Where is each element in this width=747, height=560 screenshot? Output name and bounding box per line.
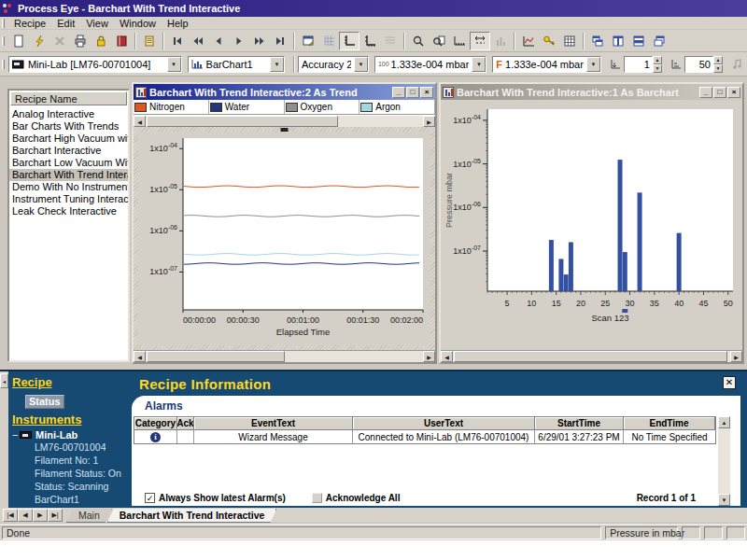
instrument-tree-node[interactable]: − Mini-Lab bbox=[12, 429, 134, 441]
nav-recipe-link[interactable]: Recipe bbox=[12, 375, 134, 389]
step-back-button[interactable] bbox=[208, 32, 229, 50]
legend-item[interactable]: Oxygen bbox=[285, 100, 360, 114]
recipe-list-item[interactable]: Analog Interactive bbox=[9, 108, 128, 120]
accuracy-select[interactable]: Accuracy 2▼ bbox=[298, 56, 369, 73]
toolbar-grip[interactable] bbox=[2, 36, 5, 46]
tab-next-icon[interactable]: ▶ bbox=[33, 509, 48, 522]
chart-axes-button[interactable] bbox=[359, 32, 380, 50]
always-show-checkbox[interactable]: ✓ bbox=[145, 493, 155, 503]
column-header-category[interactable]: Category bbox=[134, 417, 177, 430]
stop-button[interactable] bbox=[49, 32, 70, 50]
log-book-button[interactable] bbox=[111, 32, 132, 50]
column-header-usertext[interactable]: UserText bbox=[353, 417, 535, 430]
legend-item[interactable]: Argon bbox=[359, 100, 435, 114]
close-icon[interactable]: × bbox=[420, 87, 433, 98]
collapse-panel-icon[interactable]: ◂ bbox=[0, 373, 8, 388]
trend-window-titlebar[interactable]: Barchart With Trend Interactive:2 As Tre… bbox=[134, 84, 435, 100]
mass-span-spin-buttons[interactable]: ▲▼ bbox=[713, 56, 723, 73]
menu-edit[interactable]: Edit bbox=[51, 18, 80, 29]
column-header-starttime[interactable]: StartTime bbox=[535, 417, 624, 430]
tree-collapse-icon[interactable]: − bbox=[12, 429, 20, 441]
first-mass-spin-buttons[interactable]: ▲▼ bbox=[653, 56, 662, 73]
combobar-grip[interactable] bbox=[2, 60, 5, 69]
recipe-list-header[interactable]: Recipe Name bbox=[10, 91, 127, 105]
recipe-list-item[interactable]: Barchart High Vacuum with ... bbox=[9, 133, 128, 145]
legend-item[interactable]: Nitrogen bbox=[134, 100, 209, 114]
tab-first-icon[interactable]: |◀ bbox=[3, 509, 18, 522]
column-header-ack[interactable]: Ack bbox=[177, 417, 194, 430]
maximize-icon[interactable]: □ bbox=[406, 87, 419, 98]
new-recipe-button[interactable] bbox=[8, 32, 29, 50]
recipe-list-item[interactable]: Leak Check Interactive bbox=[9, 205, 128, 217]
bargraph-disabled-button[interactable] bbox=[490, 32, 511, 50]
minimize-icon[interactable]: _ bbox=[699, 87, 712, 98]
menu-recipe[interactable]: Recipe bbox=[8, 18, 51, 29]
recipe-list-item[interactable]: Bar Charts With Trends bbox=[9, 120, 128, 133]
acknowledge-all-checkbox[interactable] bbox=[312, 493, 322, 503]
menu-help[interactable]: Help bbox=[162, 18, 194, 29]
view-select[interactable]: BarChart1▼ bbox=[188, 56, 285, 73]
trend-time-scrollbar[interactable]: ◀ ▶ bbox=[134, 350, 435, 362]
tab-main[interactable]: Main bbox=[66, 509, 112, 523]
filament-pressure-select[interactable]: F 1.333e-004 mbar▼ bbox=[492, 56, 601, 73]
dropdown-arrow-icon: ▼ bbox=[167, 57, 181, 72]
close-icon[interactable]: × bbox=[727, 87, 740, 98]
instrument-select[interactable]: Mini-Lab [LM76-00701004]▼ bbox=[8, 56, 182, 73]
lock-button[interactable] bbox=[91, 32, 111, 50]
arrange-icons-button[interactable] bbox=[649, 32, 669, 50]
svg-text:25: 25 bbox=[600, 299, 610, 308]
recipe-list-item[interactable]: Barchart Low Vacuum With ... bbox=[9, 157, 128, 169]
column-header-endtime[interactable]: EndTime bbox=[624, 417, 715, 430]
total-pressure-select[interactable]: 100 1.333e-004 mbar▼ bbox=[374, 56, 486, 73]
maximize-icon[interactable]: □ bbox=[713, 87, 726, 98]
trend-view-button[interactable] bbox=[518, 32, 539, 50]
book-icon bbox=[115, 35, 128, 48]
print-button[interactable] bbox=[70, 32, 91, 50]
rewind-button[interactable] bbox=[188, 32, 208, 50]
barchart-window-titlebar[interactable]: Barchart With Trend Interactive:1 As Bar… bbox=[441, 84, 742, 100]
zoom-pressure-button[interactable] bbox=[429, 32, 449, 50]
spreadsheet-button[interactable] bbox=[559, 32, 580, 50]
legend-scrollbar[interactable]: ◀ ▶ bbox=[134, 115, 435, 127]
minimize-icon[interactable]: _ bbox=[392, 87, 405, 98]
barchart-scrollbar[interactable]: ◀ ▶ bbox=[441, 350, 742, 362]
chart-grid-button[interactable] bbox=[318, 32, 339, 50]
legend-item[interactable]: Water bbox=[209, 100, 285, 114]
tile-horizontal-button[interactable] bbox=[628, 32, 649, 50]
recipe-list-item[interactable]: Instrument Tuning Interactive bbox=[9, 193, 128, 205]
tab-prev-icon[interactable]: ◀ bbox=[18, 509, 33, 522]
menubar-grip[interactable] bbox=[2, 19, 5, 28]
wizard-button[interactable] bbox=[139, 32, 160, 50]
recipe-list-item[interactable]: Barchart With Trend Interact... bbox=[9, 169, 128, 181]
audio-alert-button[interactable] bbox=[728, 55, 747, 74]
zoom-time-button[interactable] bbox=[408, 32, 429, 50]
alarms-grid-row[interactable]: iWizard MessageConnected to Mini-Lab (LM… bbox=[134, 430, 715, 443]
chart-style-disabled-button[interactable] bbox=[380, 32, 401, 50]
first-mass-spinner[interactable]: 1 bbox=[624, 56, 653, 73]
mass-span-button[interactable] bbox=[470, 32, 490, 50]
nav-instruments-link[interactable]: Instruments bbox=[12, 413, 134, 427]
alarms-grid-header[interactable]: CategoryAckEventTextUserTextStartTimeEnd… bbox=[134, 417, 715, 430]
go-first-button[interactable] bbox=[167, 32, 188, 50]
tab-last-icon[interactable]: ▶| bbox=[48, 509, 63, 522]
fast-forward-button[interactable] bbox=[249, 32, 270, 50]
recipe-list-item[interactable]: Demo With No Instrument bbox=[9, 181, 128, 193]
step-forward-button[interactable] bbox=[229, 32, 249, 50]
ruler-button[interactable] bbox=[449, 32, 470, 50]
properties-button[interactable] bbox=[298, 32, 318, 50]
tile-vertical-button[interactable] bbox=[608, 32, 628, 50]
column-header-eventtext[interactable]: EventText bbox=[194, 417, 353, 430]
close-icon[interactable]: ✕ bbox=[723, 376, 736, 389]
rewind-icon bbox=[191, 35, 204, 48]
menu-window[interactable]: Window bbox=[114, 18, 162, 29]
chart-y-axis-button[interactable] bbox=[339, 32, 359, 50]
go-last-button[interactable] bbox=[270, 32, 290, 50]
menu-view[interactable]: View bbox=[80, 18, 114, 29]
run-button[interactable] bbox=[29, 32, 49, 50]
mass-span-spinner[interactable]: 50 bbox=[684, 56, 713, 73]
security-key-button[interactable] bbox=[539, 32, 559, 50]
nav-status-button[interactable]: Status bbox=[25, 395, 64, 409]
recipe-list-item[interactable]: Barchart Interactive bbox=[9, 145, 128, 157]
cascade-windows-button[interactable] bbox=[587, 32, 608, 50]
tab-barchart-with-trend-interactive[interactable]: Barchart With Trend Interactive bbox=[107, 509, 277, 523]
